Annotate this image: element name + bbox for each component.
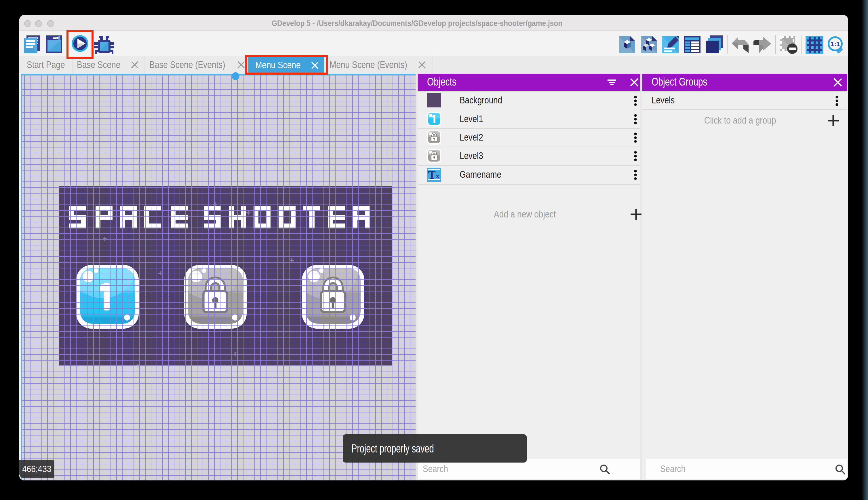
svg-text:1:1: 1:1 xyxy=(831,40,840,47)
